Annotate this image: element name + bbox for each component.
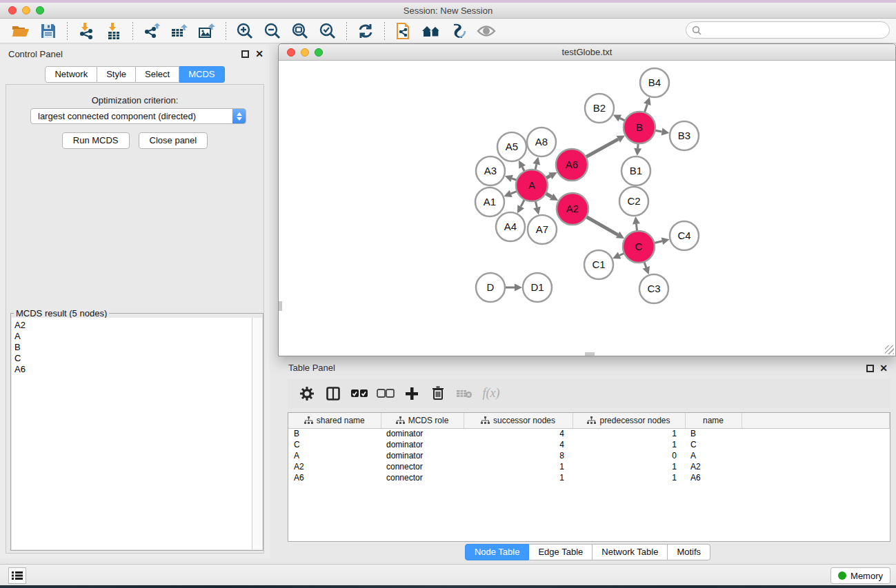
- cell-name[interactable]: B: [685, 428, 741, 439]
- close-table-panel-icon[interactable]: ✕: [879, 363, 888, 374]
- save-session-button[interactable]: [37, 21, 60, 41]
- cell-predecessor-nodes[interactable]: 0: [573, 450, 685, 461]
- cell-successor-nodes[interactable]: 8: [464, 450, 573, 461]
- tab-select[interactable]: Select: [136, 66, 179, 83]
- cell-successor-nodes[interactable]: 4: [464, 428, 573, 439]
- table-toolbar: f(x): [288, 378, 890, 408]
- zoom-fit-button[interactable]: [288, 21, 312, 41]
- cell-mcds-role[interactable]: dominator: [381, 439, 464, 450]
- float-panel-icon[interactable]: [241, 50, 249, 58]
- column-header-predecessor-nodes[interactable]: predecessor nodes: [573, 413, 685, 428]
- float-table-panel-icon[interactable]: [866, 365, 874, 372]
- mcds-result-list[interactable]: A2 A B C A6: [12, 318, 252, 549]
- table-row[interactable]: A dominator 8 0 A: [288, 450, 890, 461]
- memory-button[interactable]: Memory: [830, 567, 890, 584]
- column-label: predecessor nodes: [599, 416, 670, 425]
- node-table[interactable]: shared name MCDS role successor nodes pr…: [288, 412, 890, 542]
- cell-name[interactable]: A2: [685, 461, 741, 472]
- graph-node-label: C3: [647, 283, 660, 294]
- cell-shared-name[interactable]: B: [288, 428, 381, 439]
- graph-node-label: C: [635, 241, 643, 252]
- duplicate-network-button[interactable]: [392, 21, 415, 41]
- result-scrollbar[interactable]: [252, 318, 262, 549]
- cell-predecessor-nodes[interactable]: 1: [573, 428, 685, 439]
- cell-name[interactable]: A: [685, 450, 741, 461]
- delete-table-button[interactable]: [453, 383, 475, 405]
- table-row[interactable]: A2 connector 1 1 A2: [288, 461, 890, 472]
- cell-shared-name[interactable]: A: [288, 450, 381, 461]
- cell-successor-nodes[interactable]: 1: [464, 461, 573, 472]
- zoom-selected-button[interactable]: [316, 21, 339, 41]
- show-task-history-button[interactable]: [8, 567, 26, 584]
- result-item[interactable]: C: [14, 353, 252, 364]
- control-panel-tabs: Network Style Select MCDS: [0, 66, 270, 83]
- cell-shared-name[interactable]: C: [288, 439, 381, 450]
- delete-column-button[interactable]: [427, 383, 449, 405]
- table-row[interactable]: C dominator 4 1 C: [288, 439, 890, 450]
- select-all-columns-button[interactable]: [348, 383, 370, 405]
- network-window-titlebar[interactable]: testGlobe.txt: [279, 44, 895, 61]
- cell-mcds-role[interactable]: dominator: [381, 428, 464, 439]
- cell-shared-name[interactable]: A2: [288, 461, 381, 472]
- cell-predecessor-nodes[interactable]: 1: [573, 472, 685, 483]
- tab-network[interactable]: Network: [45, 66, 97, 83]
- open-session-button[interactable]: [9, 21, 32, 41]
- cell-mcds-role[interactable]: connector: [381, 472, 464, 483]
- canvas-hscroll-thumb[interactable]: [585, 352, 595, 356]
- tab-edge-table[interactable]: Edge Table: [529, 544, 593, 560]
- tab-style[interactable]: Style: [97, 66, 136, 83]
- export-table-icon: [170, 22, 188, 40]
- import-table-button[interactable]: [102, 21, 126, 41]
- tab-network-table[interactable]: Network Table: [593, 544, 668, 560]
- cell-predecessor-nodes[interactable]: 1: [573, 461, 685, 472]
- export-network-button[interactable]: [140, 21, 163, 41]
- column-header-mcds-role[interactable]: MCDS role: [381, 413, 464, 428]
- deselect-all-columns-button[interactable]: [375, 383, 397, 405]
- apply-layout-button[interactable]: [354, 21, 377, 41]
- cell-name[interactable]: A6: [685, 472, 741, 483]
- import-network-button[interactable]: [74, 21, 98, 41]
- optimization-criterion-select[interactable]: largest connected component (directed): [30, 108, 246, 124]
- result-item[interactable]: A2: [14, 320, 252, 331]
- add-column-button[interactable]: [401, 383, 423, 405]
- cell-name[interactable]: C: [685, 439, 741, 450]
- result-item[interactable]: A6: [14, 364, 252, 375]
- result-item[interactable]: A: [14, 331, 252, 342]
- column-header-shared-name[interactable]: shared name: [288, 413, 381, 428]
- run-mcds-button[interactable]: Run MCDS: [62, 132, 130, 149]
- network-canvas[interactable]: B4B2BB3A5A8A6A3AB1A1C2A2A4A7CC4C1C3DD1: [279, 61, 895, 356]
- cell-shared-name[interactable]: A6: [288, 472, 381, 483]
- export-table-button[interactable]: [168, 21, 191, 41]
- first-neighbors-button[interactable]: [419, 21, 443, 41]
- column-header-name[interactable]: name: [685, 413, 741, 428]
- cell-predecessor-nodes[interactable]: 1: [573, 439, 685, 450]
- cell-mcds-role[interactable]: connector: [381, 461, 464, 472]
- graph-edge-arrowhead: [532, 156, 540, 165]
- cell-successor-nodes[interactable]: 1: [464, 472, 573, 483]
- hide-graphics-details-button[interactable]: [447, 21, 470, 41]
- table-row[interactable]: A6 connector 1 1 A6: [288, 472, 890, 483]
- tab-mcds[interactable]: MCDS: [179, 66, 224, 83]
- column-header-successor-nodes[interactable]: successor nodes: [464, 413, 573, 428]
- close-panel-button[interactable]: Close panel: [139, 132, 208, 149]
- result-item[interactable]: B: [14, 342, 252, 353]
- cell-successor-nodes[interactable]: 4: [464, 439, 573, 450]
- tab-motifs[interactable]: Motifs: [668, 544, 710, 560]
- zoom-in-button[interactable]: [233, 21, 257, 41]
- homes-icon: [421, 23, 441, 39]
- zoom-out-button[interactable]: [261, 21, 284, 41]
- table-row[interactable]: B dominator 4 1 B: [288, 428, 890, 439]
- search-input[interactable]: [701, 23, 889, 37]
- show-hide-eye-button[interactable]: [475, 21, 498, 41]
- tab-node-table[interactable]: Node Table: [465, 544, 530, 560]
- close-panel-icon[interactable]: ✕: [255, 48, 263, 59]
- export-image-button[interactable]: [195, 21, 219, 41]
- window-resize-grip[interactable]: [885, 345, 894, 354]
- cell-mcds-role[interactable]: dominator: [381, 450, 464, 461]
- graph-node-label: A5: [506, 141, 518, 152]
- show-columns-button[interactable]: [322, 383, 344, 405]
- network-graph[interactable]: B4B2BB3A5A8A6A3AB1A1C2A2A4A7CC4C1C3DD1: [279, 61, 895, 356]
- table-options-button[interactable]: [296, 383, 318, 405]
- canvas-vscroll-thumb[interactable]: [279, 301, 282, 311]
- function-builder-button[interactable]: f(x): [479, 383, 501, 405]
